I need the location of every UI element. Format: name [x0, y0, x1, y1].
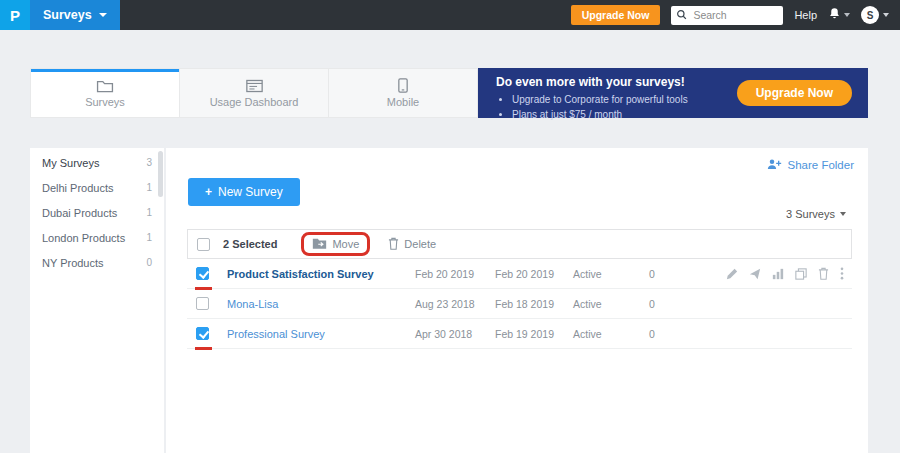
delete-button[interactable]: Delete — [388, 237, 436, 252]
created-date: Apr 30 2018 — [415, 328, 495, 340]
responses-count: 0 — [649, 268, 699, 280]
folder-icon — [96, 78, 114, 93]
survey-row: Mona-Lisa Aug 23 2018 Feb 18 2019 Active… — [187, 289, 852, 319]
send-button[interactable] — [749, 268, 761, 280]
row-checkbox[interactable] — [196, 297, 209, 310]
tabs-banner-band: Surveys Usage Dashboard Mobile Do even m… — [30, 68, 868, 118]
avatar: S — [861, 6, 879, 24]
row-actions — [699, 267, 852, 280]
move-folder-icon — [312, 237, 327, 251]
move-label: Move — [332, 238, 359, 250]
tab-label: Mobile — [387, 96, 419, 108]
folder-count: 1 — [146, 207, 152, 218]
sidebar-item-delhi-products[interactable]: Delhi Products 1 — [30, 175, 164, 200]
sidebar-item-ny-products[interactable]: NY Products 0 — [30, 250, 164, 275]
folder-count: 1 — [146, 182, 152, 193]
status-label: Active — [573, 298, 649, 310]
survey-title-link[interactable]: Mona-Lisa — [227, 298, 415, 310]
move-annotation-highlight: Move — [301, 232, 370, 256]
notifications-menu[interactable] — [828, 6, 850, 24]
tab-label: Usage Dashboard — [210, 96, 299, 108]
new-survey-label: New Survey — [218, 185, 283, 199]
modified-date: Feb 20 2019 — [495, 268, 573, 280]
new-survey-button[interactable]: + New Survey — [188, 178, 300, 206]
chevron-down-icon — [883, 13, 889, 17]
annotation-underline — [195, 347, 212, 350]
topbar: P Surveys Upgrade Now Help S — [0, 0, 900, 30]
survey-title-link[interactable]: Product Satisfaction Survey — [227, 268, 415, 280]
survey-list: 2 Selected Move Delete — [187, 229, 852, 349]
folder-label: NY Products — [42, 257, 104, 269]
sidebar-item-dubai-products[interactable]: Dubai Products 1 — [30, 200, 164, 225]
folder-label: Dubai Products — [42, 207, 117, 219]
app-logo[interactable]: P — [0, 0, 30, 30]
app-logo-letter: P — [10, 7, 20, 24]
survey-title-link[interactable]: Professional Survey — [227, 328, 415, 340]
surveys-count-dropdown[interactable]: 3 Surveys — [786, 208, 846, 220]
delete-row-button[interactable] — [818, 267, 829, 280]
edit-button[interactable] — [726, 268, 738, 280]
banner-bullet: Plans at just $75 / month — [512, 107, 868, 122]
chevron-down-icon — [99, 13, 107, 17]
search-box[interactable] — [671, 6, 783, 25]
tab-label: Surveys — [85, 96, 125, 108]
folder-count: 0 — [146, 257, 152, 268]
sidebar-item-london-products[interactable]: London Products 1 — [30, 225, 164, 250]
trash-icon — [388, 237, 399, 252]
share-folder-icon — [767, 158, 782, 172]
created-date: Feb 20 2019 — [415, 268, 495, 280]
select-all-checkbox[interactable] — [197, 238, 210, 251]
chevron-down-icon — [844, 13, 850, 17]
tab-surveys[interactable]: Surveys — [31, 69, 180, 117]
status-label: Active — [573, 268, 649, 280]
delete-label: Delete — [404, 238, 436, 250]
folder-label: Delhi Products — [42, 182, 114, 194]
plus-icon: + — [205, 185, 212, 199]
copy-button[interactable] — [795, 268, 807, 280]
move-button[interactable]: Move — [312, 237, 359, 251]
created-date: Aug 23 2018 — [415, 298, 495, 310]
sidebar-item-my-surveys[interactable]: My Surveys 3 — [30, 150, 164, 175]
share-folder-link[interactable]: Share Folder — [767, 158, 854, 172]
row-checkbox[interactable] — [196, 327, 209, 340]
workspace: My Surveys 3 Delhi Products 1 Dubai Prod… — [30, 148, 868, 453]
modified-date: Feb 19 2019 — [495, 328, 573, 340]
account-menu[interactable]: S — [861, 6, 889, 24]
more-options-button[interactable] — [840, 267, 844, 280]
list-toolbar: 2 Selected Move Delete — [187, 229, 852, 259]
row-checkbox-cell — [187, 319, 227, 348]
folders-sidebar: My Surveys 3 Delhi Products 1 Dubai Prod… — [30, 148, 164, 453]
bell-icon — [828, 6, 841, 24]
surveys-menu[interactable]: Surveys — [30, 0, 120, 30]
survey-row: Professional Survey Apr 30 2018 Feb 19 2… — [187, 319, 852, 349]
surveys-menu-label: Surveys — [43, 8, 92, 22]
selected-count-label: 2 Selected — [223, 238, 277, 250]
search-icon — [676, 6, 687, 24]
row-checkbox-cell — [187, 259, 227, 288]
surveys-panel: Share Folder + New Survey 3 Surveys 2 Se… — [166, 148, 868, 453]
stats-button[interactable] — [772, 268, 784, 280]
modified-date: Feb 18 2019 — [495, 298, 573, 310]
tab-usage-dashboard[interactable]: Usage Dashboard — [180, 69, 329, 117]
upgrade-now-button[interactable]: Upgrade Now — [571, 5, 661, 25]
folder-label: London Products — [42, 232, 125, 244]
tab-bar: Surveys Usage Dashboard Mobile — [30, 68, 478, 118]
row-checkbox[interactable] — [196, 267, 209, 280]
row-checkbox-cell — [187, 289, 227, 318]
surveys-count-label: 3 Surveys — [786, 208, 835, 220]
chevron-down-icon — [840, 212, 846, 216]
responses-count: 0 — [649, 298, 699, 310]
folder-count: 3 — [146, 157, 152, 168]
dashboard-icon — [246, 78, 263, 93]
promo-banner: Do even more with your surveys! Upgrade … — [478, 68, 868, 118]
help-link[interactable]: Help — [794, 9, 817, 21]
folder-label: My Surveys — [42, 157, 99, 169]
status-label: Active — [573, 328, 649, 340]
mobile-icon — [398, 78, 408, 93]
survey-row: Product Satisfaction Survey Feb 20 2019 … — [187, 259, 852, 289]
banner-upgrade-button[interactable]: Upgrade Now — [737, 80, 852, 106]
tab-mobile[interactable]: Mobile — [329, 69, 477, 117]
search-input[interactable] — [691, 8, 778, 22]
share-folder-label: Share Folder — [788, 159, 854, 171]
folder-count: 1 — [146, 232, 152, 243]
